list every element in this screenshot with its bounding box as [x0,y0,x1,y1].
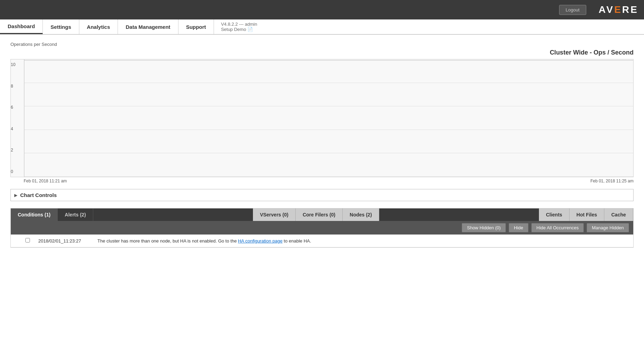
tab-conditions[interactable]: Conditions (1) [11,208,58,221]
condition-message: The cluster has more than one node, but … [93,235,633,247]
tab-core-filers[interactable]: Core Filers (0) [296,208,343,221]
chart-x-labels: Feb 01, 2018 11:21 am Feb 01, 2018 11:25… [10,179,634,183]
tabs-section: Conditions (1) Alerts (2) VServers (0) C… [10,208,634,248]
chart-controls-label: Chart Controls [20,192,57,198]
manage-hidden-button[interactable]: Manage Hidden [587,223,629,232]
setup-demo-text[interactable]: Setup Demo 📄 [221,27,257,32]
gridline-0 [24,176,633,177]
row-index [11,235,21,247]
gridline-40 [24,130,633,130]
gridline-100 [24,60,633,60]
x-label-start: Feb 01, 2018 11:21 am [24,179,67,183]
tab-support[interactable]: Support [178,19,214,34]
nav-info: V4.8.2.2 --- admin Setup Demo 📄 [214,19,264,34]
gridline-20 [24,153,633,153]
action-row: Show Hidden (0) Hide Hide All Occurrence… [11,221,633,235]
chart-controls-bar[interactable]: ▶ Chart Controls [10,189,634,201]
chart-area [24,59,633,177]
tab-nodes[interactable]: Nodes (2) [343,208,379,221]
tab-clients[interactable]: Clients [539,208,570,221]
condition-timestamp: 2018/02/01_11:23:27 [34,235,93,247]
avere-logo: AVERE [599,4,638,15]
conditions-table: 2018/02/01_11:23:27 The cluster has more… [11,235,633,247]
tab-analytics[interactable]: Analytics [79,19,118,34]
message-before: The cluster has more than one node, but … [97,238,238,244]
tab-cache[interactable]: Cache [604,208,633,221]
chart-y-axis: 0 2 4 6 8 10 [11,59,24,177]
tabs-row: Conditions (1) Alerts (2) VServers (0) C… [11,208,633,221]
tab-spacer-2 [379,208,539,221]
chart-title: Cluster Wide - Ops / Second [10,49,634,56]
header-right: Logout AVERE [559,4,638,15]
table-row: 2018/02/01_11:23:27 The cluster has more… [11,235,633,247]
tab-data-management[interactable]: Data Management [118,19,178,34]
chart-container: 0 2 4 6 8 10 [10,59,634,177]
navbar: Dashboard Settings Analytics Data Manage… [0,19,644,35]
show-hidden-button[interactable]: Show Hidden (0) [462,223,506,232]
x-label-end: Feb 01, 2018 11:25 am [590,179,634,183]
tab-vservers[interactable]: VServers (0) [253,208,296,221]
chart-label: Operations per Second [10,42,634,47]
tab-alerts[interactable]: Alerts (2) [58,208,93,221]
message-after: to enable HA. [283,238,311,244]
ha-config-link[interactable]: HA configuration page [238,238,283,244]
document-icon: 📄 [247,27,253,32]
logout-button[interactable]: Logout [559,5,586,15]
version-text: V4.8.2.2 --- admin [221,22,257,27]
hide-all-button[interactable]: Hide All Occurrences [531,223,584,232]
app-header: Logout AVERE [0,0,644,19]
condition-checkbox[interactable] [25,238,30,243]
gridline-80 [24,83,633,83]
tab-spacer-1 [93,208,253,221]
row-checkbox[interactable] [21,235,34,247]
tab-dashboard[interactable]: Dashboard [0,19,43,34]
chart-controls-arrow: ▶ [14,193,17,198]
main-content: Operations per Second Cluster Wide - Ops… [0,35,644,337]
logo-text: AVERE [599,4,638,15]
tab-settings[interactable]: Settings [43,19,79,34]
chart-section: Operations per Second Cluster Wide - Ops… [10,42,634,183]
tab-hot-files[interactable]: Hot Files [570,208,604,221]
gridline-60 [24,106,633,106]
hide-button[interactable]: Hide [509,223,528,232]
